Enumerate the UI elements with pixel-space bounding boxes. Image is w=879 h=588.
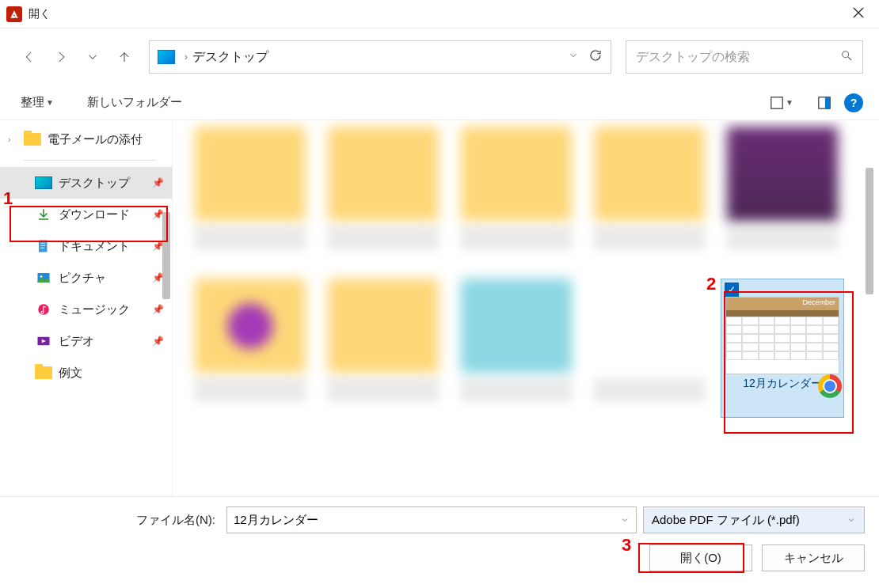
cancel-button[interactable]: キャンセル <box>762 544 865 571</box>
desktop-location-icon <box>158 50 175 64</box>
adobe-icon <box>6 6 22 22</box>
close-button[interactable] <box>844 2 873 26</box>
file-content-pane: ✓ December 12月カレンダー <box>173 120 879 496</box>
main-area: › 電子メールの添付 デスクトップ 📌 ダウンロード 📌 ドキュメント 📌 ピク… <box>0 120 879 496</box>
file-thumbnail[interactable] <box>721 127 844 266</box>
recent-button[interactable] <box>79 44 106 70</box>
forward-button[interactable] <box>48 44 74 70</box>
view-mode-button[interactable]: ▼ <box>765 93 798 113</box>
chrome-icon <box>818 374 842 398</box>
sidebar-item-label: ダウンロード <box>59 207 130 222</box>
svg-rect-3 <box>825 97 830 108</box>
new-folder-label: 新しいフォルダー <box>87 95 182 110</box>
videos-icon <box>35 334 52 348</box>
sidebar-separator <box>24 160 156 161</box>
chevron-down-icon[interactable] <box>620 514 630 527</box>
new-folder-button[interactable]: 新しいフォルダー <box>82 92 187 113</box>
folder-icon <box>35 366 52 380</box>
sidebar-item-documents[interactable]: ドキュメント 📌 <box>0 230 172 262</box>
window-title: 開く <box>29 7 51 21</box>
file-thumbnail[interactable] <box>188 127 312 266</box>
titlebar: 開く <box>0 0 879 28</box>
search-bar[interactable] <box>626 40 863 74</box>
bottom-panel: ファイル名(N): 12月カレンダー Adobe PDF ファイル (*.pdf… <box>0 496 879 583</box>
sidebar-item-label: デスクトップ <box>59 176 130 191</box>
address-path: デスクトップ <box>192 49 268 66</box>
music-icon <box>35 302 52 317</box>
file-thumbnail[interactable] <box>455 127 578 266</box>
address-dropdown[interactable] <box>563 50 584 64</box>
sidebar-item-label: ドキュメント <box>59 239 130 254</box>
view-large-icon <box>770 96 784 110</box>
file-thumbnail[interactable] <box>588 279 711 418</box>
pin-icon[interactable]: 📌 <box>152 177 164 188</box>
toolbar: 整理▼ 新しいフォルダー ▼ ? <box>0 85 879 120</box>
sidebar-item-email-attachments[interactable]: › 電子メールの添付 <box>0 123 172 155</box>
svg-point-0 <box>843 51 849 58</box>
filename-value: 12月カレンダー <box>234 513 318 528</box>
expand-icon[interactable]: › <box>8 135 11 144</box>
sidebar-item-pictures[interactable]: ピクチャ 📌 <box>0 262 172 294</box>
sidebar-item-videos[interactable]: ビデオ 📌 <box>0 325 172 357</box>
folder-icon <box>24 132 41 146</box>
address-bar[interactable]: › デスクトップ <box>149 40 611 74</box>
file-thumbnail[interactable] <box>322 127 445 266</box>
chevron-right-icon[interactable]: › <box>180 51 192 63</box>
sidebar-item-desktop[interactable]: デスクトップ 📌 <box>0 167 172 199</box>
content-scrollbar[interactable] <box>865 120 874 496</box>
sidebar: › 電子メールの添付 デスクトップ 📌 ダウンロード 📌 ドキュメント 📌 ピク… <box>0 120 173 496</box>
sidebar-item-downloads[interactable]: ダウンロード 📌 <box>0 199 172 230</box>
sidebar-item-label: ミュージック <box>59 302 130 317</box>
help-button[interactable]: ? <box>844 93 863 112</box>
preview-pane-icon <box>817 96 831 110</box>
filename-field[interactable]: 12月カレンダー <box>226 506 637 533</box>
file-thumbnail[interactable] <box>455 279 578 418</box>
downloads-icon <box>35 207 52 222</box>
filter-label: Adobe PDF ファイル (*.pdf) <box>652 513 800 528</box>
open-button[interactable]: 開く(O) <box>649 544 752 571</box>
selected-file-name: 12月カレンダー <box>743 374 822 394</box>
sidebar-scrollbar[interactable] <box>162 212 172 450</box>
chevron-down-icon[interactable] <box>847 514 856 527</box>
pictures-icon <box>35 271 52 285</box>
sidebar-item-label: 電子メールの添付 <box>48 132 143 147</box>
selected-checkmark-icon: ✓ <box>725 283 739 297</box>
svg-rect-4 <box>39 241 48 252</box>
file-preview: December <box>725 297 839 374</box>
preview-pane-button[interactable] <box>812 93 836 113</box>
file-thumbnail-selected[interactable]: ✓ December 12月カレンダー <box>721 279 844 418</box>
svg-rect-1 <box>771 97 782 108</box>
organize-label: 整理 <box>21 95 44 110</box>
filename-label: ファイル名(N): <box>14 513 220 528</box>
sidebar-item-label: 例文 <box>59 366 82 381</box>
file-thumbnail[interactable] <box>188 279 312 418</box>
organize-menu[interactable]: 整理▼ <box>16 92 59 113</box>
preview-month-label: December <box>726 298 839 310</box>
up-button[interactable] <box>111 44 138 70</box>
file-thumbnail[interactable] <box>322 279 445 418</box>
refresh-button[interactable] <box>588 48 603 66</box>
documents-icon <box>35 239 52 253</box>
sidebar-item-reibun[interactable]: 例文 <box>0 357 172 389</box>
file-type-filter[interactable]: Adobe PDF ファイル (*.pdf) <box>643 506 865 533</box>
back-button[interactable] <box>16 44 43 70</box>
cancel-button-label: キャンセル <box>784 551 843 566</box>
sidebar-item-label: ビデオ <box>59 334 94 349</box>
sidebar-item-music[interactable]: ミュージック 📌 <box>0 294 172 325</box>
open-button-label: 開く(O) <box>680 551 721 566</box>
desktop-icon <box>35 176 52 190</box>
search-input[interactable] <box>636 50 840 64</box>
sidebar-item-label: ピクチャ <box>59 271 106 286</box>
svg-point-6 <box>40 275 43 278</box>
file-thumbnail[interactable] <box>588 127 711 266</box>
search-icon[interactable] <box>840 49 853 65</box>
nav-row: › デスクトップ <box>0 28 879 85</box>
